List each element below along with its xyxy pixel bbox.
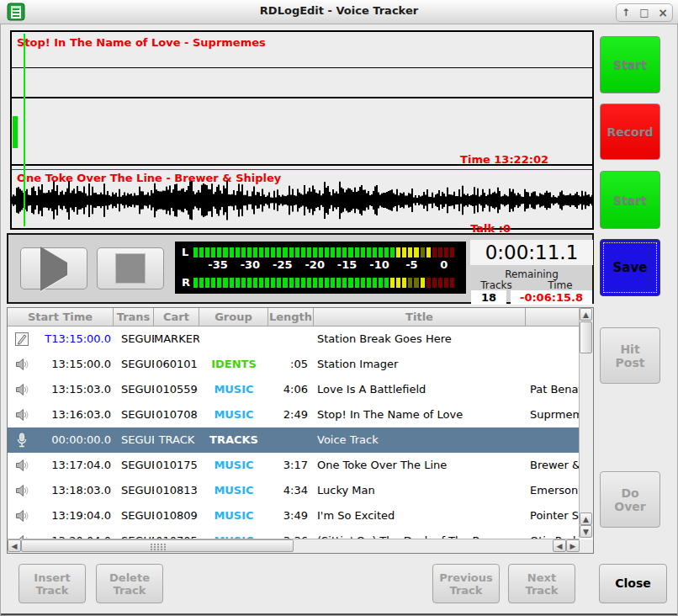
cell-trans: SEGUE (114, 352, 154, 377)
cell-start-time: 00:00:00.0 (8, 427, 114, 453)
speaker-icon (14, 382, 29, 397)
cell-cart: TRACK (154, 427, 199, 453)
cell-cart: 010559 (154, 377, 199, 402)
meter-scale-label: -30 (233, 258, 267, 271)
table-row[interactable]: T13:15:00.0SEGUEMARKERStation Break Goes… (8, 327, 580, 352)
scroll-trough[interactable] (294, 539, 553, 553)
previous-track-button[interactable]: Previous Track (432, 564, 500, 603)
transport-panel: L -35-30-25-20-15-10-50 R 0:00:11.1 Rema… (7, 233, 594, 304)
log-table-header: Start Time Trans Cart Group Length Title (8, 308, 580, 327)
speaker-icon (14, 407, 29, 422)
scroll-left-icon[interactable]: ◀ (8, 539, 21, 552)
header-title[interactable]: Title (314, 308, 526, 327)
table-row[interactable]: 13:15:00.0SEGUE060101IDENTS:05Station Im… (8, 352, 580, 377)
audio-level-meter: L -35-30-25-20-15-10-50 R (175, 242, 466, 294)
meter-right-segments (193, 278, 454, 288)
cell-cart: 010175 (154, 453, 199, 478)
cell-group: MUSIC (199, 453, 268, 478)
hit-post-button[interactable]: Hit Post (600, 327, 660, 384)
play-icon (40, 247, 67, 291)
maximize-window-icon[interactable]: □ (635, 7, 654, 19)
insert-track-button[interactable]: Insert Track (19, 564, 86, 603)
scroll-up-icon[interactable]: ▲ (580, 308, 592, 321)
cell-length: 3:17 (268, 453, 314, 478)
left-channel-label: L (182, 247, 188, 258)
cell-title: Station Break Goes Here (314, 327, 526, 352)
cell-artist: Brewer & Shipley (526, 453, 580, 478)
cell-trans: SEGUE (114, 503, 154, 528)
tracks-remaining-value: 18 (471, 290, 506, 305)
meter-scale: -35-30-25-20-15-10-50 (175, 258, 466, 273)
close-window-icon[interactable]: × (654, 6, 672, 19)
start-previous-button[interactable]: Start (600, 36, 660, 93)
record-button[interactable]: Record (600, 104, 660, 160)
cell-group: MUSIC (199, 402, 268, 427)
header-artist[interactable] (526, 308, 580, 327)
shade-window-icon[interactable]: ↑ (617, 7, 635, 19)
mic-icon (14, 433, 29, 448)
cell-cart: 010708 (154, 402, 199, 427)
cell-artist: Emerson, Lake (526, 478, 580, 503)
close-button[interactable]: Close (599, 564, 667, 603)
cell-title: Stop! In The Name of Love (314, 402, 526, 427)
log-table: Start Time Trans Cart Group Length Title… (7, 307, 594, 554)
delete-track-button[interactable]: Delete Track (96, 564, 163, 603)
horizontal-scrollbar[interactable]: ◀ ◀ ▶ (8, 539, 580, 553)
table-row[interactable]: 13:19:04.0SEGUE010809MUSIC3:49I'm So Exc… (8, 503, 580, 528)
header-start-time[interactable]: Start Time (8, 308, 114, 327)
cell-artist (526, 327, 580, 352)
cell-artist (526, 352, 580, 377)
header-length[interactable]: Length (268, 308, 314, 327)
cell-title: Lucky Man (314, 478, 526, 503)
meter-scale-label: -35 (201, 258, 235, 271)
cell-group: TRACKS (199, 427, 268, 453)
scroll-down-icon[interactable]: ▼ (580, 525, 592, 538)
cell-trans: SEGUE (114, 402, 154, 427)
cell-artist: Pat Benatar (526, 377, 580, 402)
table-row[interactable]: 13:15:03.0SEGUE010559MUSIC4:06Love Is A … (8, 377, 580, 402)
next-track-button[interactable]: Next Track (508, 564, 575, 603)
pane-divider (12, 67, 592, 68)
header-cart[interactable]: Cart (154, 308, 199, 327)
scroll-right-icon[interactable]: ▶ (566, 539, 580, 552)
right-channel-label: R (182, 277, 190, 289)
cell-length: :05 (268, 352, 314, 377)
table-row[interactable]: 13:17:04.0SEGUE010175MUSIC3:17One Toke O… (8, 453, 580, 478)
cell-title: Station Imager (314, 352, 526, 377)
vertical-scrollbar[interactable]: ▲ ▲ ▼ (579, 308, 593, 538)
remaining-tracks-label: Tracks (470, 279, 522, 291)
header-group[interactable]: Group (199, 308, 268, 327)
record-region-marker (13, 116, 18, 148)
play-button[interactable] (20, 247, 87, 289)
cell-length: 4:06 (268, 377, 314, 402)
cell-trans: SEGUE (114, 377, 154, 402)
pane-divider (12, 97, 592, 98)
vertical-scroll-thumb[interactable] (580, 321, 592, 353)
start-next-button[interactable]: Start (600, 171, 660, 229)
stop-button[interactable] (97, 247, 164, 289)
scroll-left-icon[interactable]: ◀ (553, 539, 566, 552)
do-over-button[interactable]: Do Over (600, 471, 660, 528)
window-controls: ↑ □ × (616, 3, 673, 22)
meter-left-segments (193, 247, 454, 258)
table-row[interactable]: 13:18:03.0SEGUE010813MUSIC4:34Lucky ManE… (8, 478, 580, 503)
save-button[interactable]: Save (600, 239, 660, 296)
cell-cart: MARKER (154, 327, 199, 352)
cell-length (268, 327, 314, 352)
table-row[interactable]: 00:00:00.0SEGUETRACKTRACKSVoice Track (8, 427, 580, 453)
cell-trans: SEGUE (114, 427, 154, 453)
meter-scale-label: -15 (331, 258, 364, 271)
window-title: RDLogEdit - Voice Tracker (0, 4, 678, 17)
header-trans[interactable]: Trans (114, 308, 154, 327)
speaker-icon (14, 357, 29, 372)
elapsed-time-display: 0:00:11.1 (470, 240, 593, 265)
scroll-up-icon[interactable]: ▲ (580, 512, 592, 525)
horizontal-scroll-thumb[interactable] (21, 539, 294, 552)
cell-trans: SEGUE (114, 478, 154, 503)
marker-icon (14, 332, 29, 347)
cell-start-time: 13:18:03.0 (8, 478, 114, 503)
meter-scale-label: -25 (266, 258, 299, 271)
titlebar: RDLogEdit - Voice Tracker ↑ □ × (0, 0, 678, 24)
cell-length: 3:49 (268, 503, 314, 528)
table-row[interactable]: 13:16:03.0SEGUE010708MUSIC2:49Stop! In T… (8, 402, 580, 427)
